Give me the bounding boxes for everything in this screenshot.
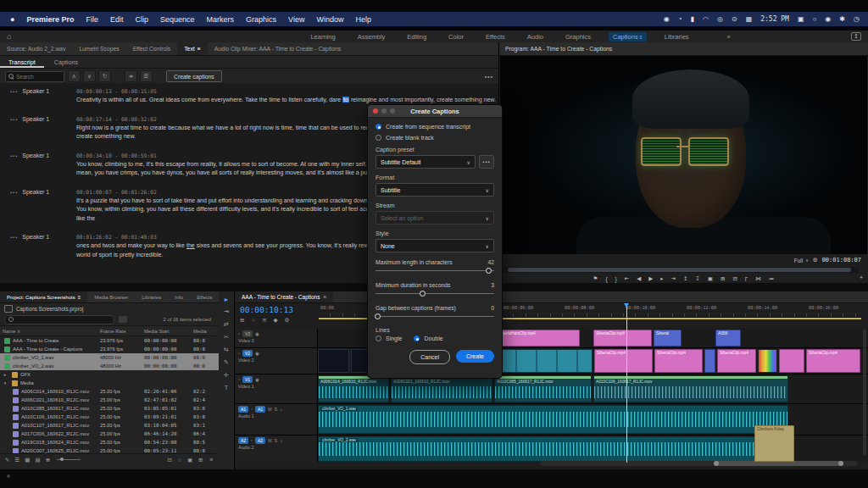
radio-icon[interactable]: [376, 124, 381, 130]
timeline-clip[interactable]: Siberal: [654, 330, 682, 347]
go-to-out-icon[interactable]: ⇥: [670, 275, 675, 282]
timeline-clip[interactable]: A010C085_160617_R1JC.mov: [494, 375, 592, 402]
timeline-clip[interactable]: climber_VO_1.wav: [318, 405, 788, 434]
lock-icon[interactable]: ▫: [251, 407, 253, 412]
panel-tab[interactable]: Audio Clip Mixer: AAA - Time to Create -…: [208, 42, 348, 55]
track-target-v3[interactable]: V3: [242, 330, 253, 337]
slider-track[interactable]: [376, 267, 494, 275]
lock-icon[interactable]: ▫: [251, 438, 253, 443]
timeline-clip[interactable]: [496, 349, 593, 373]
menu-item-edit[interactable]: Edit: [110, 15, 124, 24]
freeform-view-icon[interactable]: ▤: [35, 457, 40, 463]
track-header-a1[interactable]: A1▫A1MS♪Audio 1: [235, 404, 318, 435]
timeline-clip[interactable]: [758, 349, 777, 373]
panel-menu-icon[interactable]: ≡: [323, 294, 326, 300]
shortcut2-icon[interactable]: ⊙: [732, 15, 737, 23]
sort-options-icon[interactable]: ≣: [46, 457, 50, 463]
snap-icon[interactable]: ∩: [251, 317, 255, 324]
apple-icon[interactable]: ●: [10, 15, 14, 24]
button-editor-plus-icon[interactable]: +: [860, 274, 863, 280]
timeline-clip[interactable]: SiberiaClip.mp4: [717, 349, 756, 373]
workspace-overflow-icon[interactable]: »: [727, 33, 731, 41]
project-row[interactable]: climber_VO_1.wav48000 Hz00:00:00:0000:0: [0, 353, 219, 362]
subtab-captions[interactable]: Captions: [46, 56, 86, 68]
project-row[interactable]: A020C007_160625_R1JC.mov25.00 fps00:05:2…: [0, 446, 219, 453]
delete-icon[interactable]: ✕: [209, 457, 214, 463]
timeline-clip[interactable]: SiberiaHatsClip.mp4: [496, 330, 580, 347]
timeline-clip[interactable]: A006C014_160610_R1JC.mov: [318, 375, 389, 402]
project-row[interactable]: ▾Media: [0, 379, 219, 387]
lock-icon[interactable]: ▫: [238, 377, 240, 382]
new-item-icon[interactable]: ⊞: [198, 457, 203, 463]
menu-item-window[interactable]: Window: [316, 15, 343, 24]
project-file-name[interactable]: Captions Screenshots.prproj: [16, 306, 83, 312]
caption-preset-dropdown[interactable]: Subtitle Default∨: [376, 155, 476, 169]
mark-in-icon[interactable]: {: [605, 276, 607, 282]
ripple-edit-tool[interactable]: ⇄: [224, 321, 229, 328]
zoom-handle-left[interactable]: [714, 461, 719, 466]
voiceover-record-icon[interactable]: ♪: [280, 438, 282, 443]
transcript-entry[interactable]: •••Speaker 100:00:00:13 - 00:00:15:05Cre…: [0, 88, 498, 105]
track-target-v1[interactable]: V1: [242, 376, 253, 383]
caption-source-option[interactable]: Create from sequence transcript: [376, 124, 494, 130]
radio-icon[interactable]: [414, 336, 420, 341]
toggle-track-output-icon[interactable]: ◉: [255, 377, 259, 382]
replace-icon[interactable]: ↻: [98, 70, 111, 82]
menu-item-sequence[interactable]: Sequence: [160, 15, 195, 24]
solo-icon[interactable]: S: [275, 407, 278, 412]
program-video-frame[interactable]: [500, 56, 867, 254]
project-row[interactable]: AAA - Time to Create23.976 fps00:00:00:0…: [0, 336, 219, 345]
mark-out-icon[interactable]: }: [615, 276, 617, 282]
create-button[interactable]: Create: [456, 350, 494, 363]
sequence-tab[interactable]: AAA - Time to Create - Captions≡: [235, 291, 333, 302]
timeline-vertical-scrollbar[interactable]: [863, 329, 866, 456]
close-icon[interactable]: [373, 108, 378, 114]
workspace-tab-effects[interactable]: Effects: [481, 32, 509, 42]
workspace-tab-color[interactable]: Color: [444, 32, 468, 42]
slip-tool[interactable]: ⇆: [224, 347, 229, 353]
menu-item-graphics[interactable]: Graphics: [246, 15, 276, 24]
timeline-clip[interactable]: SiberiaClip.mp4: [654, 349, 703, 373]
disclosure-icon[interactable]: ▸: [3, 372, 8, 377]
subtab-transcript[interactable]: Transcript: [0, 56, 44, 68]
shortcut-icon[interactable]: ◎: [717, 15, 723, 23]
project-tab[interactable]: Media Browser: [87, 291, 135, 302]
timeline-clip[interactable]: climber_VO_2.wav: [318, 436, 793, 462]
workspace-tab-graphics[interactable]: Graphics: [561, 32, 595, 42]
track-header-v3[interactable]: ▫V3◉Video 3: [235, 329, 318, 347]
menu-item-clip[interactable]: Clip: [136, 15, 149, 24]
edit-icon[interactable]: ✎: [5, 457, 9, 463]
lock-icon[interactable]: ▫: [238, 351, 240, 356]
transcript-options-icon[interactable]: ☰: [140, 70, 153, 82]
track-body-a2[interactable]: climber_VO_2.wavClimbers Foley: [318, 435, 868, 463]
butterfly-view-icon[interactable]: ⋈: [755, 275, 761, 282]
home-icon[interactable]: ⌂: [0, 32, 18, 41]
bin-view-icon[interactable]: [119, 316, 127, 323]
slider-handle[interactable]: [486, 268, 492, 274]
workspace-tab-libraries[interactable]: Libraries: [660, 32, 693, 42]
find-previous-icon[interactable]: ∧: [68, 70, 81, 82]
battery-icon[interactable]: ▮: [691, 15, 694, 23]
project-search-input[interactable]: [4, 315, 114, 324]
add-marker-icon[interactable]: ◆: [274, 317, 278, 324]
slider-track[interactable]: [376, 290, 494, 298]
style-dropdown[interactable]: None∨: [376, 239, 494, 252]
find-icon[interactable]: ○: [178, 457, 181, 463]
project-row[interactable]: climber_VO_2.wav48000 Hz00:00:00:0000:0: [0, 362, 219, 370]
status-circle-icon[interactable]: ◔: [678, 15, 682, 23]
timeline-clip[interactable]: A006C021_160610_R1JC.mov: [391, 375, 492, 402]
mute-icon[interactable]: M: [268, 438, 272, 443]
workspace-tab-audio[interactable]: Audio: [523, 32, 548, 42]
slider-handle[interactable]: [375, 313, 381, 319]
column-header-media-start[interactable]: Media Start: [144, 329, 193, 334]
screen-record-icon[interactable]: ◉: [664, 15, 670, 23]
track-target-a2[interactable]: A2: [255, 437, 265, 444]
type-tool[interactable]: T: [225, 385, 228, 391]
panel-tab[interactable]: Lumetri Scopes: [73, 42, 126, 55]
zoom-slider[interactable]: [57, 459, 81, 460]
format-dropdown[interactable]: Subtitle∨: [376, 183, 494, 197]
lines-option[interactable]: Double: [414, 336, 442, 341]
project-tab[interactable]: Libraries: [135, 291, 168, 302]
workspace-tab-captions[interactable]: Captions ≡: [609, 32, 647, 42]
slider-track[interactable]: [376, 313, 494, 321]
